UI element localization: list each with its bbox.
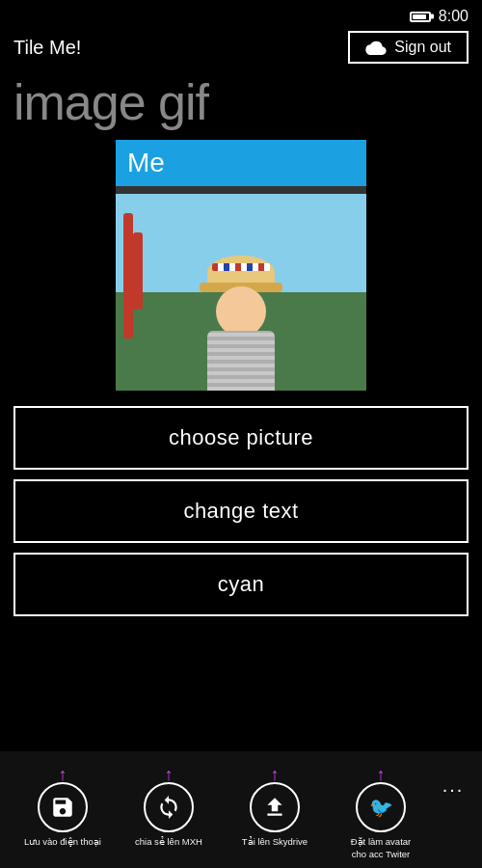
page-title: image gif [13,75,469,130]
twitter-icon: 🐦 [369,796,393,819]
twitter-avatar-icon-circle: 🐦 [356,782,406,832]
nav-item-twitter-avatar[interactable]: ↑ 🐦 Đặt làm avatar cho acc Twiter [328,761,434,860]
save-phone-icon-circle [38,782,88,832]
share-mxh-label: chia sẻ lên MXH [135,836,202,848]
nav-item-share-mxh[interactable]: ↑ chia sẻ lên MXH [116,761,222,848]
status-bar: 8:00 [0,0,482,27]
nav-item-save-phone[interactable]: ↑ Lưu vào điện thoại [10,761,116,848]
sign-out-label: Sign out [394,39,451,56]
hat-stripe [212,263,270,271]
tile-label-text: Me [127,148,165,177]
tile-preview: Me [116,140,366,391]
child-figure [188,256,294,391]
bottom-nav: ↑ Lưu vào điện thoại ↑ chi [0,751,482,868]
share-mxh-icon [156,795,181,820]
nav-icons-row: ↑ Lưu vào điện thoại ↑ chi [0,761,482,860]
choose-picture-button[interactable]: choose picture [13,406,469,470]
app-title: Tile Me! [13,37,81,59]
upload-skydrive-label: Tải lên Skydrive [242,836,308,848]
page-title-area: image gif [0,71,482,140]
color-option-button[interactable]: cyan [13,553,469,616]
battery-icon [410,12,431,22]
shirt-stripes [207,331,275,391]
sign-out-button[interactable]: Sign out [348,31,469,64]
nav-item-upload-skydrive[interactable]: ↑ Tải lên Skydrive [222,761,328,848]
head [216,286,266,337]
playground-bar-1 [123,213,133,339]
page-title-accent: gif [158,74,208,130]
body-shirt [207,331,275,391]
save-phone-label: Lưu vào điện thoại [24,836,101,848]
upload-skydrive-icon-circle [250,782,300,832]
share-mxh-icon-circle [144,782,194,832]
status-time: 8:00 [439,8,469,25]
tile-label-bar: Me [116,140,366,186]
header: Tile Me! Sign out [0,27,482,71]
upload-icon [262,795,287,820]
nav-more-button[interactable]: ... [434,761,472,797]
page-title-main: image [13,74,158,130]
change-text-button[interactable]: change text [13,479,469,543]
twitter-avatar-label: Đặt làm avatar cho acc Twiter [342,836,419,860]
actions-container: choose picture change text cyan [0,406,482,616]
cloud-icon [365,40,387,55]
photo-background [116,194,366,391]
tile-preview-container: Me [0,140,482,406]
tile-image [116,194,366,391]
playground-bar-2 [133,232,143,310]
more-dots: ... [442,774,465,797]
save-icon [50,795,75,820]
